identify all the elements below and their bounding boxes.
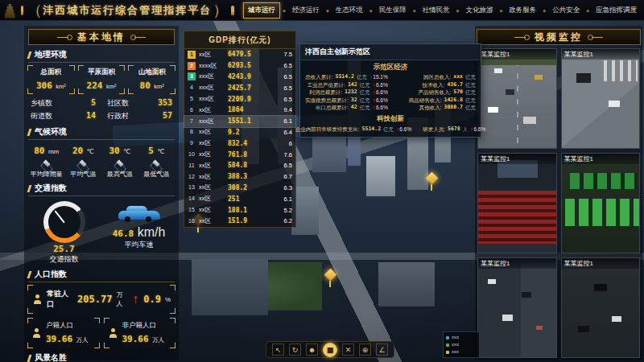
- video-feed[interactable]: 某某监控1: [561, 48, 641, 149]
- gdp-row[interactable]: 5xxx区2209.96.5: [184, 93, 295, 105]
- legend-item: xxx: [446, 334, 477, 341]
- tab-public-opinion[interactable]: 社情民意: [419, 3, 454, 18]
- population-sub-stats: 户籍人口 39.66 万人 非户籍人口 39.66 万人: [27, 318, 175, 348]
- tab-separator-icon: [326, 8, 329, 13]
- stat-non-registered-population: 非户籍人口 39.66 万人: [104, 318, 176, 348]
- gdp-row[interactable]: 10xx区761.87.6: [184, 149, 295, 160]
- gdp-row[interactable]: 13xx区308.26.3: [184, 183, 295, 194]
- stat-max-temp: 30 ℃ 最高气温: [101, 142, 138, 179]
- innovation-zone-popup: 沣西自主创新示范区 示范区经济 总收入累计:5514.2亿元15.1% 工业总产…: [299, 43, 481, 138]
- legend-item: xxx: [446, 348, 477, 356]
- stat-row: 研发人员:5678人6.6%: [423, 125, 485, 134]
- pointer-icon[interactable]: ↖: [272, 343, 284, 356]
- tab-separator-icon: [499, 8, 502, 13]
- stat-row: 产品销售收入:570亿元: [391, 88, 479, 97]
- tab-livelihood[interactable]: 民生保障: [375, 3, 411, 18]
- trend-up-icon: 6.6%: [373, 81, 388, 89]
- stat-row: 总收入累计:5514.2亿元15.1%: [302, 73, 391, 81]
- legend-dot-icon: [446, 336, 449, 339]
- video-feed[interactable]: 某某监控1: [477, 153, 557, 253]
- gdp-row[interactable]: 4xxx区2425.76.5: [184, 82, 295, 93]
- trend-up-icon: 6.6%: [373, 97, 388, 105]
- map-legend: xxx xxx xxx: [443, 331, 480, 358]
- tab-ecology[interactable]: 生态环境: [332, 3, 367, 18]
- gdp-row[interactable]: 9xx区832.46: [184, 138, 295, 149]
- rank-badge: 5: [188, 95, 196, 103]
- gdp-panel-title: GDP排行(亿元): [184, 31, 295, 49]
- trend-up-icon: [132, 292, 139, 306]
- building-icon[interactable]: ▦: [323, 343, 337, 357]
- gdp-row[interactable]: 2xxxx区6293.56.5: [184, 60, 295, 72]
- rank-badge: 4: [188, 84, 196, 92]
- stat-mountain-area: 山地面积 80 km²: [128, 65, 175, 94]
- stat-avg-rainfall: 80 mm 平均降雨量: [28, 142, 65, 179]
- measure-icon[interactable]: ∠: [376, 343, 388, 356]
- avg-speed-stat: 46.8 km/h 平均车速: [101, 199, 176, 265]
- gdp-row[interactable]: 6xx区18649.4: [184, 105, 295, 116]
- video-scene-street: [478, 49, 556, 148]
- economy-right-column: 园区总收入:xxx亿元 技术收入:436.7亿元 产品销售收入:570亿元 商品…: [391, 73, 479, 112]
- map-marker-icon[interactable]: [425, 174, 438, 193]
- popup-innovation-title: 科技创新: [300, 114, 481, 124]
- video-grid: 某某监控1 某某监控1 某某监控1 某某监控1 某某监控1 某某监控1: [477, 48, 640, 358]
- tab-culture-tourism[interactable]: 文化旅游: [461, 3, 497, 18]
- video-scene-dark-road: [562, 258, 640, 357]
- stat-streets: 街道数 14: [29, 110, 97, 122]
- gdp-row[interactable]: 11xx区584.86.5: [184, 160, 295, 171]
- diamond-icon: [76, 159, 89, 168]
- tab-emergency[interactable]: 应急指挥调度: [592, 3, 641, 18]
- globe-icon[interactable]: ⊕: [359, 343, 371, 356]
- gdp-row[interactable]: 1xx区6479.57.5: [184, 49, 295, 60]
- tab-economy[interactable]: 经济运行: [288, 3, 324, 18]
- tab-separator-icon: [543, 8, 546, 13]
- section-climate: 气候环境: [28, 126, 175, 140]
- tab-separator-icon: [456, 8, 460, 13]
- stat-row: 出口总额累计:42亿元6.6%: [302, 104, 391, 112]
- gauge-icon: [43, 201, 85, 243]
- rank-badge: 3: [188, 72, 196, 80]
- person-icon: [31, 328, 42, 338]
- tab-public-safety[interactable]: 公共安全: [548, 3, 584, 18]
- rank-badge: 1: [188, 51, 196, 59]
- section-traffic: 交通指数: [28, 183, 175, 196]
- panel-title: 基本地情: [77, 31, 126, 44]
- rank-badge: 11: [188, 162, 196, 170]
- gdp-row[interactable]: 8xx区9.26.4: [184, 127, 295, 138]
- popup-title[interactable]: 沣西自主创新示范区: [300, 44, 481, 60]
- map-toolbar: ↖ ↻ ☻ ▦ ✕ ⊕ ∠: [266, 341, 394, 358]
- map-marker-icon[interactable]: [324, 270, 336, 290]
- rank-badge: 14: [188, 195, 196, 203]
- legend-item: xxx: [446, 341, 477, 348]
- trend-up-icon: 6.6%: [396, 125, 411, 134]
- gdp-row-selected[interactable]: 7xxx区1551.16.1: [184, 116, 295, 127]
- tab-city-operation[interactable]: 城市运行: [243, 2, 280, 19]
- video-feed[interactable]: 某某监控1: [477, 257, 557, 358]
- gdp-row[interactable]: 15xx区188.15.2: [184, 204, 295, 216]
- gdp-row[interactable]: 16xx区151.96.2: [184, 216, 295, 227]
- tab-separator-icon: [369, 8, 373, 13]
- area-stats: 总面积 306 km² 平原面积 224 km² 山地面积 80 km²: [27, 65, 175, 94]
- popup-economy-columns: 总收入累计:5514.2亿元15.1% 工业总产值累计:142亿元6.6% 利润…: [300, 73, 481, 112]
- gdp-row[interactable]: 3xxx区4243.96.5: [184, 72, 295, 83]
- rotate-icon[interactable]: ↻: [289, 343, 301, 356]
- person-icon: [32, 294, 43, 304]
- panel-header-video: 视频监控: [477, 29, 641, 45]
- tab-gov-services[interactable]: 政务服务: [505, 3, 540, 18]
- title-bracket-right: ）: [213, 2, 228, 18]
- expand-icon[interactable]: ✕: [342, 343, 354, 356]
- gdp-row[interactable]: 14xx区2516.1: [184, 193, 295, 204]
- panel-title: 视频监控: [535, 31, 583, 44]
- person-icon: [108, 328, 118, 338]
- gdp-row[interactable]: 12xx区388.36.7: [184, 171, 295, 183]
- video-feed[interactable]: 某某监控1: [561, 257, 641, 358]
- basic-info-panel: 基本地情 地理环境 总面积 306 km² 平原面积 224 km² 山地面积 …: [24, 26, 179, 360]
- tab-separator-icon: [283, 8, 286, 13]
- title-bracket-left: （: [27, 2, 42, 18]
- lion-statue-icon: [21, 6, 24, 15]
- video-feed[interactable]: 某某监控1: [561, 153, 641, 253]
- person-icon[interactable]: ☻: [306, 343, 318, 356]
- rank-badge: 7: [188, 117, 196, 125]
- stat-communities: 社区数 353: [105, 97, 174, 109]
- stat-total-area: 总面积 306 km²: [27, 65, 75, 94]
- video-feed[interactable]: 某某监控1: [477, 48, 557, 149]
